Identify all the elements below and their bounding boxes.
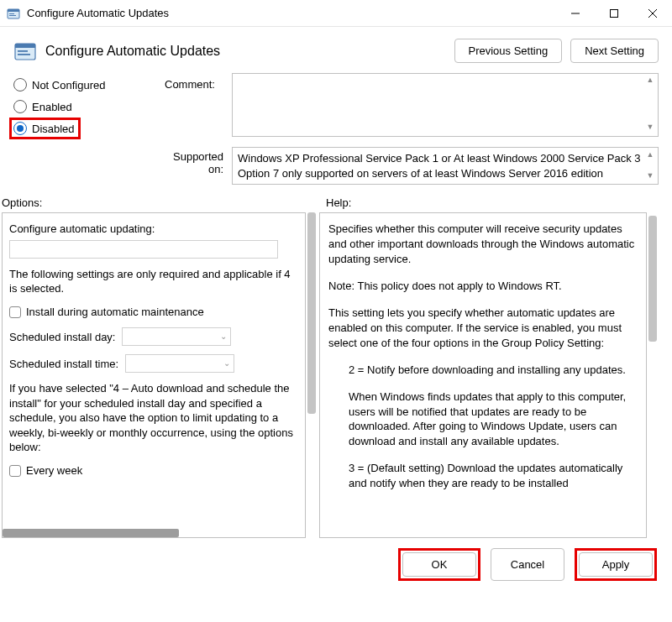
checkbox-icon — [9, 465, 21, 477]
options-required-text: The following settings are only required… — [9, 267, 298, 296]
chevron-down-icon: ⌄ — [220, 331, 227, 342]
help-panel: Specifies whether this computer will rec… — [319, 212, 647, 538]
close-button[interactable] — [633, 0, 672, 27]
radio-label: Enabled — [32, 101, 72, 113]
radio-circle-icon — [13, 122, 27, 135]
next-setting-button[interactable]: Next Setting — [570, 39, 659, 63]
window-controls — [556, 0, 672, 27]
apply-button[interactable]: Apply — [579, 552, 653, 577]
help-scrollbar-v[interactable] — [647, 212, 659, 538]
policy-header: Configure Automatic Updates Previous Set… — [0, 27, 672, 70]
svg-rect-11 — [18, 54, 30, 55]
configure-updating-combo[interactable] — [9, 240, 278, 259]
help-text: 3 = (Default setting) Download the updat… — [328, 461, 638, 491]
radio-label: Not Configured — [32, 79, 105, 91]
maximize-button[interactable] — [595, 0, 633, 27]
svg-rect-10 — [18, 50, 28, 52]
options-panel: Configure automatic updating: The follow… — [2, 212, 306, 538]
scroll-up-icon[interactable]: ▲ — [644, 76, 656, 87]
policy-title: Configure Automatic Updates — [45, 44, 454, 59]
scheduled-day-combo[interactable]: ⌄ — [122, 327, 231, 346]
options-label: Options: — [0, 196, 307, 209]
scheduled-day-label: Scheduled install day: — [9, 330, 115, 345]
help-text: This setting lets you specify whether au… — [328, 306, 638, 351]
checkbox-label: Every week — [26, 463, 82, 478]
supported-on-label: Supported on: — [165, 147, 232, 185]
supported-text: Windows XP Professional Service Pack 1 o… — [238, 152, 641, 180]
ok-highlight: OK — [398, 548, 480, 581]
checkbox-label: Install during automatic maintenance — [26, 305, 204, 320]
ok-button[interactable]: OK — [402, 552, 476, 577]
scheduled-time-combo[interactable]: ⌄ — [125, 354, 234, 373]
chevron-down-icon: ⌄ — [223, 358, 230, 369]
radio-disabled[interactable]: Disabled — [9, 118, 81, 139]
options-scrollbar-v[interactable] — [306, 212, 318, 538]
supported-on-text: Windows XP Professional Service Pack 1 o… — [232, 147, 659, 185]
svg-rect-2 — [9, 13, 14, 14]
radio-not-configured[interactable]: Not Configured — [13, 78, 165, 91]
previous-setting-button[interactable]: Previous Setting — [454, 39, 563, 63]
scroll-up-icon[interactable]: ▲ — [644, 149, 656, 161]
options-limit-text: If you have selected "4 – Auto download … — [9, 381, 298, 455]
comment-textarea[interactable]: ▲ ▼ — [232, 73, 659, 137]
scroll-thumb[interactable] — [307, 212, 316, 414]
help-text: 2 = Notify before downloading and instal… — [328, 363, 638, 378]
titlebar: Configure Automatic Updates — [0, 0, 672, 27]
help-label: Help: — [307, 196, 351, 209]
svg-rect-5 — [611, 9, 618, 17]
radio-label: Disabled — [32, 123, 75, 135]
policy-large-icon — [13, 39, 37, 63]
panels-header: Options: Help: — [0, 185, 672, 212]
cancel-button[interactable]: Cancel — [491, 548, 564, 581]
configure-updating-label: Configure automatic updating: — [9, 222, 298, 237]
policy-icon — [7, 7, 20, 20]
radio-circle-icon — [13, 78, 27, 91]
dialog-footer: OK Cancel Apply — [0, 538, 672, 593]
minimize-button[interactable] — [556, 0, 595, 27]
scroll-down-icon[interactable]: ▼ — [644, 123, 656, 134]
help-text: When Windows finds updates that apply to… — [328, 389, 638, 450]
scroll-down-icon[interactable]: ▼ — [644, 170, 656, 182]
svg-rect-9 — [15, 44, 35, 48]
comment-label: Comment: — [165, 73, 232, 91]
every-week-checkbox[interactable]: Every week — [9, 463, 298, 478]
config-section: Not Configured Enabled Disabled Comment:… — [0, 70, 672, 185]
checkbox-icon — [9, 306, 21, 318]
help-text: Note: This policy does not apply to Wind… — [328, 279, 638, 294]
help-text: Specifies whether this computer will rec… — [328, 222, 638, 267]
panels-row: Configure automatic updating: The follow… — [0, 212, 672, 538]
horizontal-scrollbar[interactable] — [3, 529, 179, 537]
scroll-thumb[interactable] — [648, 216, 657, 342]
radio-circle-icon — [13, 100, 27, 113]
svg-rect-3 — [9, 15, 16, 16]
install-during-maintenance-checkbox[interactable]: Install during automatic maintenance — [9, 305, 298, 320]
state-radio-group: Not Configured Enabled Disabled — [13, 73, 165, 135]
svg-rect-1 — [8, 9, 19, 12]
window-title: Configure Automatic Updates — [27, 7, 556, 19]
apply-highlight: Apply — [575, 548, 657, 581]
radio-enabled[interactable]: Enabled — [13, 100, 165, 113]
scheduled-time-label: Scheduled install time: — [9, 357, 118, 372]
